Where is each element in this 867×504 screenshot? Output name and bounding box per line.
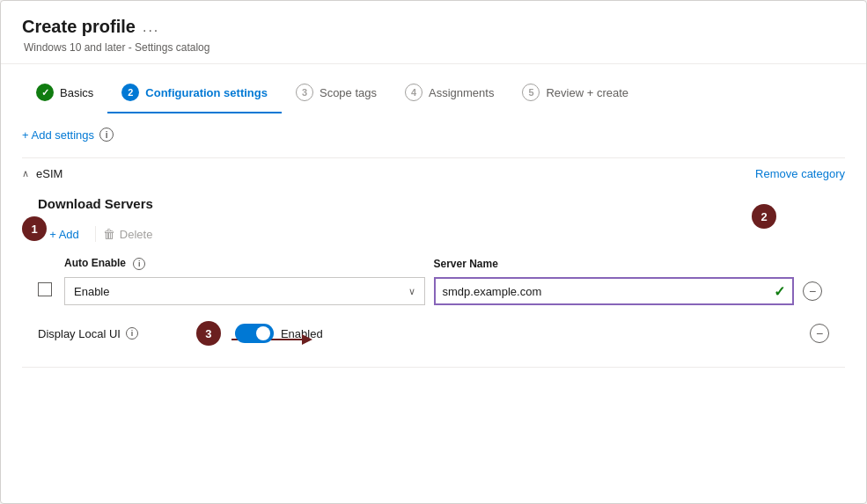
add-settings-info-icon: i bbox=[99, 128, 114, 142]
tab-review-label: Review + create bbox=[546, 86, 628, 99]
content-area: + Add settings i ∧ eSIM Remove category … bbox=[1, 113, 866, 389]
enable-dropdown-wrapper: Enable ∨ bbox=[64, 277, 425, 305]
row-checkbox[interactable] bbox=[38, 282, 52, 296]
tab-review-number: 5 bbox=[522, 84, 540, 101]
page-title: Create profile bbox=[22, 17, 136, 37]
tab-basics[interactable]: ✓ Basics bbox=[22, 77, 107, 113]
server-name-field[interactable]: smdp.example.com ✓ bbox=[434, 277, 795, 305]
row-checkbox-wrapper bbox=[38, 282, 55, 300]
toggle-state-label: Enabled bbox=[281, 327, 323, 340]
tab-assignments-label: Assignments bbox=[429, 86, 494, 99]
tab-review-create[interactable]: 5 Review + create bbox=[508, 77, 643, 113]
category-left: ∧ eSIM bbox=[22, 167, 62, 180]
add-settings-label: + Add settings bbox=[22, 128, 94, 142]
row-remove-wrapper: − bbox=[803, 281, 829, 301]
toggle-container: Enabled bbox=[235, 324, 323, 343]
bottom-divider bbox=[22, 367, 845, 368]
delete-button[interactable]: 🗑 Delete bbox=[103, 223, 162, 245]
section-title: Download Servers bbox=[38, 196, 845, 211]
category-name: eSIM bbox=[36, 167, 62, 180]
row-remove-button[interactable]: − bbox=[803, 281, 822, 301]
callout-1: 1 bbox=[22, 216, 47, 241]
display-local-label-group: Display Local UI i 3 bbox=[38, 321, 323, 346]
download-servers-toolbar: 1 + + Add 🗑 Delete 2 bbox=[38, 223, 829, 245]
callout-2: 2 bbox=[752, 204, 776, 229]
more-options-icon[interactable]: ... bbox=[143, 19, 159, 35]
display-local-info-icon: i bbox=[126, 327, 138, 340]
callout-3: 3 bbox=[196, 321, 221, 346]
tab-basics-label: Basics bbox=[60, 86, 93, 99]
remove-category-button[interactable]: Remove category bbox=[755, 167, 845, 180]
tab-configuration[interactable]: 2 Configuration settings bbox=[107, 77, 282, 113]
display-local-remove-button[interactable]: − bbox=[810, 324, 829, 343]
add-button-label: + Add bbox=[49, 228, 79, 241]
table-row: Enable ∨ smdp.example.com ✓ − bbox=[38, 274, 829, 309]
delete-button-label: Delete bbox=[120, 228, 153, 241]
main-window: Create profile ... Windows 10 and later … bbox=[0, 0, 867, 504]
enable-dropdown-value: Enable bbox=[74, 285, 109, 298]
delete-icon: 🗑 bbox=[103, 227, 115, 241]
display-local-label: Display Local UI bbox=[38, 327, 121, 340]
toolbar-separator bbox=[95, 226, 96, 242]
page-subtitle: Windows 10 and later - Settings catalog bbox=[24, 41, 209, 54]
category-chevron-icon[interactable]: ∧ bbox=[22, 168, 29, 179]
field-valid-icon: ✓ bbox=[774, 283, 785, 300]
tab-assignments[interactable]: 4 Assignments bbox=[391, 77, 508, 113]
auto-enable-info-icon: i bbox=[133, 258, 145, 270]
tab-assignments-number: 4 bbox=[405, 84, 422, 101]
tab-scope-number: 3 bbox=[296, 84, 313, 101]
tab-scope-tags[interactable]: 3 Scope tags bbox=[282, 77, 391, 113]
toggle-knob bbox=[256, 326, 270, 340]
col-server-name-header: Server Name bbox=[434, 258, 795, 270]
header: Create profile ... Windows 10 and later … bbox=[1, 1, 866, 64]
col-auto-enable-header: Auto Enable i bbox=[64, 257, 425, 270]
table-header: Auto Enable i Server Name bbox=[38, 253, 829, 274]
tab-basics-check: ✓ bbox=[36, 84, 54, 101]
tab-scope-label: Scope tags bbox=[320, 86, 377, 99]
server-name-field-wrapper: smdp.example.com ✓ bbox=[434, 277, 795, 305]
add-settings-button[interactable]: + Add settings i bbox=[22, 128, 845, 142]
enable-dropdown[interactable]: Enable ∨ bbox=[64, 277, 425, 305]
display-local-toggle[interactable] bbox=[235, 324, 274, 343]
tab-configuration-label: Configuration settings bbox=[145, 86, 268, 99]
display-local-row: Display Local UI i 3 bbox=[38, 321, 829, 346]
server-name-value: smdp.example.com bbox=[443, 285, 542, 298]
dropdown-chevron-icon: ∨ bbox=[408, 286, 415, 297]
category-header: ∧ eSIM Remove category bbox=[22, 157, 845, 187]
tab-configuration-number: 2 bbox=[121, 84, 139, 101]
tab-bar: ✓ Basics 2 Configuration settings 3 Scop… bbox=[1, 64, 866, 113]
